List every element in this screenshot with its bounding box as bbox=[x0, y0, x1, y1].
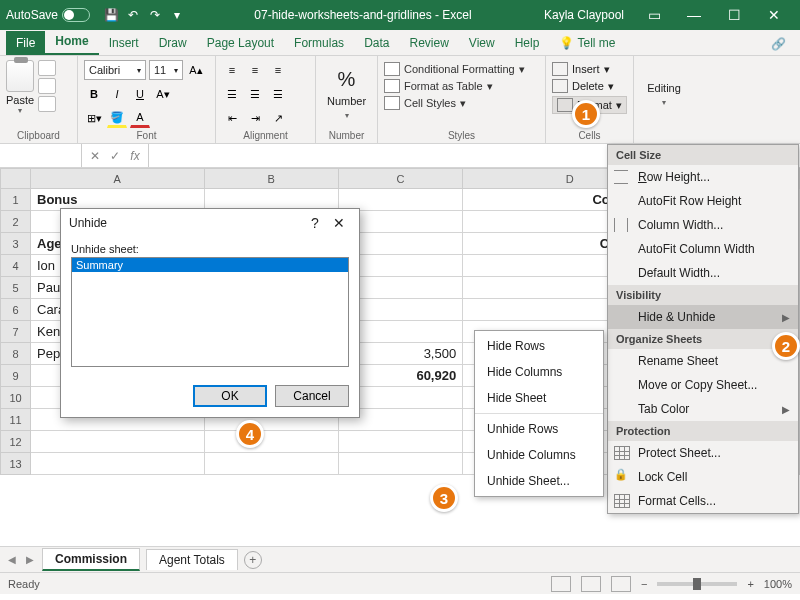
tab-page-layout[interactable]: Page Layout bbox=[197, 31, 284, 55]
number-button[interactable]: Number bbox=[327, 95, 366, 107]
tab-formulas[interactable]: Formulas bbox=[284, 31, 354, 55]
editing-button[interactable]: Editing bbox=[647, 82, 681, 94]
dialog-help-button[interactable]: ? bbox=[303, 215, 327, 231]
cell[interactable] bbox=[204, 453, 338, 475]
normal-view-icon[interactable] bbox=[551, 576, 571, 592]
close-icon[interactable]: ✕ bbox=[754, 0, 794, 30]
menu-lock-cell[interactable]: Lock Cell bbox=[608, 465, 798, 489]
row-header[interactable]: 7 bbox=[1, 321, 31, 343]
toggle-icon[interactable] bbox=[62, 8, 90, 22]
cut-icon[interactable] bbox=[38, 60, 56, 76]
cell[interactable] bbox=[338, 453, 462, 475]
save-icon[interactable]: 💾 bbox=[104, 8, 118, 22]
menu-format-cells[interactable]: Format Cells... bbox=[608, 489, 798, 513]
tab-draw[interactable]: Draw bbox=[149, 31, 197, 55]
menu-hide-unhide[interactable]: Hide & Unhide▶ bbox=[608, 305, 798, 329]
menu-move-copy[interactable]: Move or Copy Sheet... bbox=[608, 373, 798, 397]
menu-row-height[interactable]: Row Height... bbox=[608, 165, 798, 189]
tab-data[interactable]: Data bbox=[354, 31, 399, 55]
cancel-formula-icon[interactable]: ✕ bbox=[86, 149, 104, 163]
tab-insert[interactable]: Insert bbox=[99, 31, 149, 55]
unhide-sheet-listbox[interactable]: Summary bbox=[71, 257, 349, 367]
tab-review[interactable]: Review bbox=[399, 31, 458, 55]
menu-tab-color[interactable]: Tab Color▶ bbox=[608, 397, 798, 421]
underline-button[interactable]: U bbox=[130, 84, 150, 104]
zoom-slider[interactable] bbox=[657, 582, 737, 586]
page-break-view-icon[interactable] bbox=[611, 576, 631, 592]
fill-color-button[interactable]: 🪣 bbox=[107, 108, 127, 128]
ok-button[interactable]: OK bbox=[193, 385, 267, 407]
zoom-level[interactable]: 100% bbox=[764, 578, 792, 590]
cell[interactable] bbox=[204, 431, 338, 453]
menu-hide-sheet[interactable]: Hide Sheet bbox=[475, 385, 603, 411]
conditional-formatting-button[interactable]: Conditional Formatting ▾ bbox=[384, 62, 539, 76]
paste-button[interactable]: Paste bbox=[6, 94, 34, 106]
menu-autofit-row[interactable]: AutoFit Row Height bbox=[608, 189, 798, 213]
cancel-button[interactable]: Cancel bbox=[275, 385, 349, 407]
fx-icon[interactable]: fx bbox=[126, 149, 144, 163]
menu-protect-sheet[interactable]: Protect Sheet... bbox=[608, 441, 798, 465]
orientation-icon[interactable]: ↗ bbox=[268, 108, 288, 128]
list-item[interactable]: Summary bbox=[72, 258, 348, 272]
decrease-indent-icon[interactable]: ⇤ bbox=[222, 108, 242, 128]
row-header[interactable]: 8 bbox=[1, 343, 31, 365]
dialog-close-button[interactable]: ✕ bbox=[327, 215, 351, 231]
qat-dropdown-icon[interactable]: ▾ bbox=[170, 8, 184, 22]
align-center-icon[interactable]: ☰ bbox=[245, 84, 265, 104]
row-header[interactable]: 6 bbox=[1, 299, 31, 321]
row-header[interactable]: 12 bbox=[1, 431, 31, 453]
insert-cells-button[interactable]: Insert ▾ bbox=[552, 62, 627, 76]
row-header[interactable]: 9 bbox=[1, 365, 31, 387]
tell-me[interactable]: 💡 Tell me bbox=[549, 31, 625, 55]
cell[interactable] bbox=[31, 453, 205, 475]
minimize-icon[interactable]: — bbox=[674, 0, 714, 30]
share-button[interactable]: 🔗 bbox=[763, 33, 794, 55]
copy-icon[interactable] bbox=[38, 78, 56, 94]
zoom-out-button[interactable]: − bbox=[641, 578, 647, 590]
menu-unhide-rows[interactable]: Unhide Rows bbox=[475, 416, 603, 442]
row-header[interactable]: 11 bbox=[1, 409, 31, 431]
sheet-tab-agent-totals[interactable]: Agent Totals bbox=[146, 549, 238, 570]
page-layout-view-icon[interactable] bbox=[581, 576, 601, 592]
number-format-icon[interactable]: % bbox=[338, 68, 356, 91]
row-header[interactable]: 2 bbox=[1, 211, 31, 233]
italic-button[interactable]: I bbox=[107, 84, 127, 104]
menu-column-width[interactable]: Column Width... bbox=[608, 213, 798, 237]
menu-hide-columns[interactable]: Hide Columns bbox=[475, 359, 603, 385]
align-bottom-icon[interactable]: ≡ bbox=[268, 60, 288, 80]
autosave-toggle[interactable]: AutoSave bbox=[6, 8, 90, 22]
align-middle-icon[interactable]: ≡ bbox=[245, 60, 265, 80]
enter-formula-icon[interactable]: ✓ bbox=[106, 149, 124, 163]
increase-indent-icon[interactable]: ⇥ bbox=[245, 108, 265, 128]
align-left-icon[interactable]: ☰ bbox=[222, 84, 242, 104]
font-name-combo[interactable]: Calibri▾ bbox=[84, 60, 146, 80]
row-header[interactable]: 3 bbox=[1, 233, 31, 255]
tab-view[interactable]: View bbox=[459, 31, 505, 55]
tab-help[interactable]: Help bbox=[505, 31, 550, 55]
sheet-nav-next-icon[interactable]: ▶ bbox=[24, 554, 36, 565]
align-right-icon[interactable]: ☰ bbox=[268, 84, 288, 104]
tab-home[interactable]: Home bbox=[45, 29, 98, 55]
font-size-combo[interactable]: 11▾ bbox=[149, 60, 183, 80]
cell[interactable] bbox=[338, 431, 462, 453]
border-button[interactable]: ⊞▾ bbox=[84, 108, 104, 128]
name-box[interactable] bbox=[0, 144, 82, 167]
col-header[interactable]: B bbox=[204, 169, 338, 189]
cell-styles-button[interactable]: Cell Styles ▾ bbox=[384, 96, 539, 110]
user-name[interactable]: Kayla Claypool bbox=[544, 8, 624, 22]
col-header[interactable]: A bbox=[31, 169, 205, 189]
row-header[interactable]: 4 bbox=[1, 255, 31, 277]
ribbon-options-icon[interactable]: ▭ bbox=[634, 0, 674, 30]
maximize-icon[interactable]: ☐ bbox=[714, 0, 754, 30]
menu-hide-rows[interactable]: Hide Rows bbox=[475, 333, 603, 359]
decrease-font-icon[interactable]: A▾ bbox=[153, 84, 173, 104]
menu-unhide-sheet[interactable]: Unhide Sheet... bbox=[475, 468, 603, 494]
row-header[interactable]: 13 bbox=[1, 453, 31, 475]
format-painter-icon[interactable] bbox=[38, 96, 56, 112]
row-header[interactable]: 10 bbox=[1, 387, 31, 409]
sheet-nav-prev-icon[interactable]: ◀ bbox=[6, 554, 18, 565]
menu-default-width[interactable]: Default Width... bbox=[608, 261, 798, 285]
cell[interactable] bbox=[31, 431, 205, 453]
increase-font-icon[interactable]: A▴ bbox=[186, 60, 206, 80]
sheet-tab-commission[interactable]: Commission bbox=[42, 548, 140, 571]
